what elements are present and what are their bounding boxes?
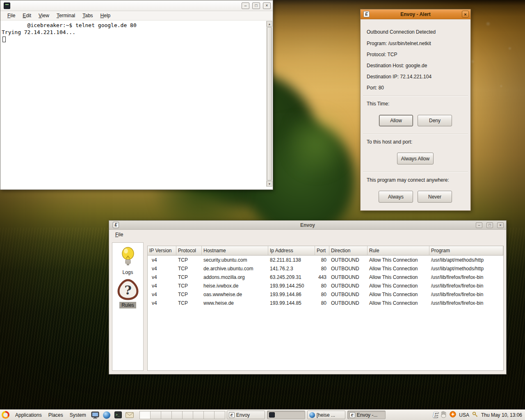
terminal-launcher-icon[interactable]: >_	[114, 411, 123, 419]
tree-foliage-highlight	[287, 100, 347, 185]
firefox-launcher-icon[interactable]	[102, 411, 111, 419]
alert-titlebar[interactable]: E Envoy - Alert ×	[361, 9, 470, 19]
cell-program: /usr/lib/firefox/firefox-bin	[429, 273, 503, 281]
minimize-button[interactable]: –	[242, 2, 249, 9]
menu-help[interactable]: Help	[97, 12, 114, 19]
envoy-icon: E	[229, 412, 235, 418]
minimize-button[interactable]: –	[476, 222, 482, 228]
svg-text:>_: >_	[116, 413, 120, 417]
alert-field-protocol: Protocol: TCP	[367, 52, 397, 57]
terminal-output[interactable]: @icebreaker:~$ telnet google.de 80 Tryin…	[0, 21, 273, 189]
terminal-titlebar[interactable]: – □ ×	[0, 0, 273, 11]
menu-view[interactable]: View	[35, 12, 53, 19]
cell-port: 443	[315, 273, 329, 281]
table-row[interactable]: v4 TCP de.archive.ubuntu.com 141.76.2.3 …	[148, 264, 503, 273]
window-list-blank-button[interactable]	[182, 411, 193, 419]
scroll-down-arrow-icon[interactable]: ▼	[267, 181, 272, 187]
envoy-tray-icon[interactable]: E	[433, 411, 438, 420]
envoy-titlebar[interactable]: E Envoy – □ ×	[109, 221, 506, 230]
cell-program: /usr/lib/apt/methods/http	[429, 264, 503, 273]
envoy-app-icon: E	[113, 222, 119, 228]
maximize-button[interactable]: □	[486, 222, 493, 228]
column-header-port[interactable]: Port	[315, 246, 329, 256]
column-header-ip-address[interactable]: Ip Address	[268, 246, 315, 256]
hand-tray-icon[interactable]	[441, 411, 447, 419]
always-allow-button[interactable]: Always Allow	[397, 153, 434, 164]
window-list-blank-button[interactable]	[150, 411, 161, 419]
envoy-icon: E	[349, 412, 355, 418]
menu-file[interactable]: File	[112, 231, 127, 238]
menu-tabs[interactable]: Tabs	[79, 12, 96, 19]
menu-edit[interactable]: Edit	[19, 12, 35, 19]
cell-ip-version: v4	[148, 281, 176, 290]
deny-button[interactable]: Deny	[418, 115, 452, 126]
screen-launcher-icon[interactable]	[91, 411, 100, 419]
sidebar-label-rules: Rules	[119, 302, 136, 308]
places-menu[interactable]: Places	[45, 412, 66, 418]
table-row[interactable]: v4 TCP heise.ivwbox.de 193.99.144.250 80…	[148, 281, 503, 290]
svg-text:?: ?	[124, 283, 132, 297]
separator	[363, 96, 468, 96]
clock[interactable]: Thu May 10, 13:06	[481, 412, 522, 418]
window-list-blank-button[interactable]	[203, 411, 215, 419]
cell-rule: Allow This Connection	[368, 281, 429, 290]
anywhere-label: This program may connect anywhere:	[367, 177, 449, 183]
window-list-blank-button[interactable]	[171, 411, 183, 419]
window-list-blank-button[interactable]	[214, 411, 225, 419]
scrollbar-thumb[interactable]	[267, 27, 272, 180]
system-menu[interactable]: System	[66, 412, 89, 418]
column-header-protocol[interactable]: Protocol	[176, 246, 202, 256]
maximize-button[interactable]: □	[252, 2, 260, 9]
menu-terminal[interactable]: Terminal	[53, 12, 79, 19]
menu-file[interactable]: File	[4, 12, 19, 19]
ubuntu-menu-icon[interactable]	[2, 411, 9, 419]
applications-menu[interactable]: Applications	[12, 412, 45, 418]
cell-protocol: TCP	[176, 273, 202, 281]
table-row[interactable]: v4 TCP security.ubuntu.com 82.211.81.138…	[148, 256, 503, 264]
window-list-blank-button[interactable]	[193, 411, 204, 419]
cell-rule: Allow This Connection	[368, 299, 429, 307]
close-button[interactable]: ×	[462, 11, 469, 18]
scroll-up-arrow-icon[interactable]: ▲	[267, 21, 272, 27]
column-header-ip-version[interactable]: IP Version	[148, 246, 176, 256]
cell-direction: OUTBOUND	[329, 256, 368, 264]
cell-program: /usr/lib/apt/methods/http	[429, 256, 503, 264]
column-header-program[interactable]: Program	[429, 246, 503, 256]
table-row[interactable]: v4 TCP oas.wwwheise.de 193.99.144.86 80 …	[148, 290, 503, 299]
taskbar-button-envoy[interactable]: E Envoy	[227, 411, 265, 419]
taskbar-button-terminal[interactable]	[267, 411, 305, 419]
close-button[interactable]: ×	[497, 222, 504, 228]
cell-ip-version: v4	[148, 273, 176, 281]
window-list-blank-button[interactable]	[161, 411, 172, 419]
keyboard-layout-indicator[interactable]: USA	[459, 412, 469, 418]
envoy-menubar: File	[109, 230, 506, 240]
never-button[interactable]: Never	[418, 191, 452, 203]
cell-port: 80	[315, 281, 329, 290]
sidebar-item-logs[interactable]: Logs	[112, 243, 143, 276]
table-row[interactable]: v4 TCP www.heise.de 193.99.144.85 80 OUT…	[148, 299, 503, 307]
always-button[interactable]: Always	[379, 191, 413, 203]
update-notifier-icon[interactable]	[450, 411, 456, 419]
taskbar-button-envoy-alert[interactable]: E Envoy -...	[347, 411, 386, 419]
keyring-icon[interactable]	[472, 411, 478, 419]
allow-button[interactable]: Allow	[379, 115, 413, 126]
question-shield-icon: ?	[117, 279, 139, 300]
column-header-direction[interactable]: Direction	[329, 246, 368, 256]
table-row[interactable]: v4 TCP addons.mozilla.org 63.245.209.31 …	[148, 273, 503, 281]
cell-direction: OUTBOUND	[329, 264, 368, 273]
cell-ip-version: v4	[148, 299, 176, 307]
taskbar-button-heise[interactable]: [heise ...	[307, 411, 345, 419]
column-header-rule[interactable]: Rule	[368, 246, 429, 256]
host-port-label: To this host and port:	[367, 139, 412, 145]
sidebar-item-rules[interactable]: ? Rules	[112, 276, 143, 308]
cell-port: 80	[315, 256, 329, 264]
cell-ip-address: 63.245.209.31	[268, 273, 315, 281]
window-list-blank-button[interactable]	[139, 411, 151, 419]
terminal-app-icon	[4, 2, 10, 9]
cell-program: /usr/lib/firefox/firefox-bin	[429, 290, 503, 299]
column-header-hostname[interactable]: Hostname	[202, 246, 268, 256]
terminal-scrollbar[interactable]: ▲ ▼	[266, 21, 272, 187]
close-button[interactable]: ×	[263, 2, 271, 9]
mail-launcher-icon[interactable]	[125, 411, 134, 419]
separator	[363, 134, 468, 135]
